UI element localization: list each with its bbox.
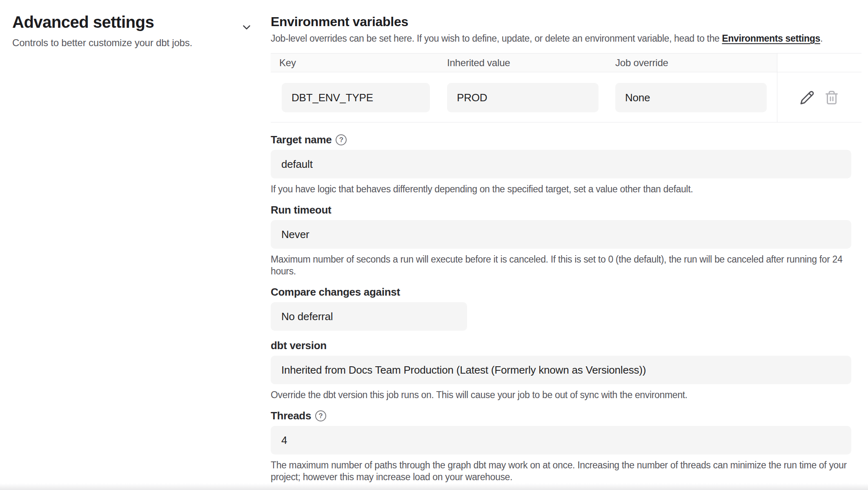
delete-trash-icon[interactable] [824, 90, 839, 105]
compare-changes-label: Compare changes against [271, 285, 400, 299]
left-panel: Advanced settings Controls to better cus… [0, 0, 271, 483]
dbt-version-select[interactable]: Inherited from Docs Team Production (Lat… [271, 356, 851, 384]
environments-settings-link[interactable]: Environments settings [722, 33, 820, 44]
section-title: Environment variables [271, 14, 861, 29]
page-subtitle: Controls to better customize your dbt jo… [12, 37, 271, 49]
threads-label: Threads [271, 409, 311, 423]
page-title: Advanced settings [12, 12, 271, 32]
run-timeout-select[interactable]: Never [271, 220, 851, 249]
field-run-timeout: Run timeout Never Maximum number of seco… [271, 203, 861, 277]
environment-variables-section: Environment variables Job-level override… [271, 0, 861, 483]
dbt-version-label: dbt version [271, 339, 327, 352]
target-name-input[interactable]: default [271, 150, 851, 178]
help-icon[interactable]: ? [336, 134, 347, 145]
field-target-name: Target name ? default If you have logic … [271, 133, 861, 195]
field-dbt-version: dbt version Inherited from Docs Team Pro… [271, 339, 861, 401]
compare-changes-select[interactable]: No deferral [271, 302, 467, 331]
env-var-row-actions [777, 72, 861, 122]
threads-input[interactable]: 4 [271, 426, 851, 454]
field-compare-changes-against: Compare changes against No deferral [271, 285, 861, 331]
column-header-actions [777, 53, 861, 72]
column-header-job-override: Job override [615, 53, 777, 72]
threads-help-text: The maximum number of paths through the … [271, 459, 857, 483]
run-timeout-help-text: Maximum number of seconds a run will exe… [271, 254, 857, 277]
help-icon[interactable]: ? [315, 410, 326, 421]
env-vars-table: Key Inherited value Job override DBT_ENV… [271, 53, 861, 122]
column-header-key: Key [271, 53, 447, 72]
chevron-down-icon[interactable] [240, 21, 253, 33]
env-var-inherited-value: PROD [447, 83, 599, 112]
env-vars-table-header: Key Inherited value Job override [271, 53, 861, 72]
advanced-settings-page: Advanced settings Controls to better cus… [0, 0, 868, 483]
description-text: Job-level overrides can be set here. If … [271, 33, 722, 44]
env-var-key-value: DBT_ENV_TYPE [282, 83, 430, 112]
section-description: Job-level overrides can be set here. If … [271, 33, 861, 44]
env-var-job-override-value: None [615, 83, 767, 112]
run-timeout-label: Run timeout [271, 203, 331, 217]
edit-pencil-icon[interactable] [800, 90, 815, 105]
page-bottom-shadow [0, 483, 868, 490]
dbt-version-help-text: Override the dbt version this job runs o… [271, 389, 857, 401]
env-var-row: DBT_ENV_TYPE PROD None [271, 72, 861, 122]
column-header-inherited-value: Inherited value [447, 53, 615, 72]
description-period: . [820, 33, 823, 44]
field-threads: Threads ? 4 The maximum number of paths … [271, 409, 861, 483]
target-name-help-text: If you have logic that behaves different… [271, 183, 857, 195]
target-name-label: Target name [271, 133, 332, 147]
